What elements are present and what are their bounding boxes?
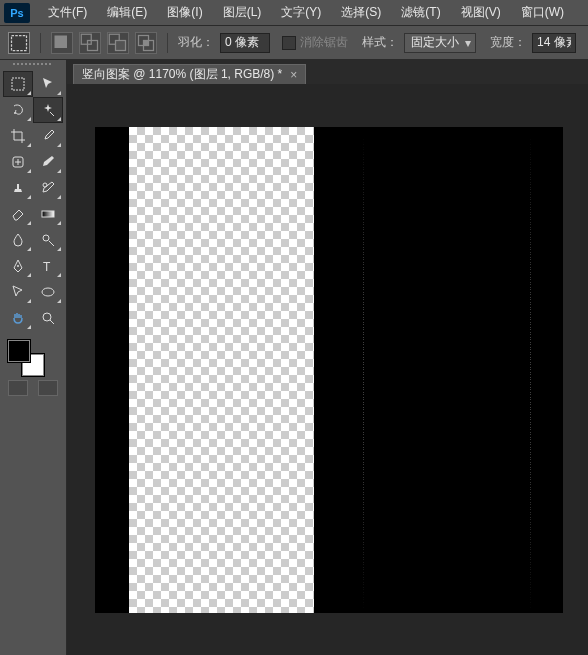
- width-input[interactable]: [532, 33, 576, 53]
- blur-tool[interactable]: [4, 228, 32, 252]
- feather-input[interactable]: [220, 33, 270, 53]
- feather-label: 羽化：: [178, 34, 214, 51]
- svg-rect-14: [42, 211, 54, 217]
- menu-text[interactable]: 文字(Y): [271, 0, 331, 25]
- dodge-tool[interactable]: [34, 228, 62, 252]
- document-tabs: 竖向图案 @ 1170% (图层 1, RGB/8) * ×: [67, 60, 588, 84]
- svg-line-16: [49, 241, 54, 246]
- main-area: T 竖向图案 @ 1170% (图层 1, RGB/8) * ×: [0, 60, 588, 655]
- menu-edit[interactable]: 编辑(E): [97, 0, 157, 25]
- color-swatches: [0, 334, 66, 376]
- magic-wand-tool[interactable]: [34, 98, 62, 122]
- style-label: 样式：: [362, 34, 398, 51]
- width-label: 宽度：: [490, 34, 526, 51]
- svg-line-21: [50, 320, 54, 324]
- zoom-tool[interactable]: [34, 306, 62, 330]
- work-area: 竖向图案 @ 1170% (图层 1, RGB/8) * ×: [67, 60, 588, 655]
- svg-rect-1: [55, 35, 68, 48]
- screenmode-button[interactable]: [38, 380, 58, 396]
- menu-filter[interactable]: 滤镜(T): [391, 0, 450, 25]
- eraser-tool[interactable]: [4, 202, 32, 226]
- svg-rect-5: [116, 40, 126, 50]
- healing-brush-tool[interactable]: [4, 150, 32, 174]
- app-logo: Ps: [4, 3, 30, 23]
- antialias-checkbox[interactable]: [282, 36, 296, 50]
- svg-point-19: [42, 288, 54, 296]
- transparent-region: [129, 127, 314, 613]
- shape-tool[interactable]: [34, 280, 62, 304]
- menu-select[interactable]: 选择(S): [331, 0, 391, 25]
- pen-tool[interactable]: [4, 254, 32, 278]
- svg-rect-9: [12, 78, 24, 90]
- brush-tool[interactable]: [34, 150, 62, 174]
- sel-new-icon[interactable]: [51, 32, 73, 54]
- path-select-tool[interactable]: [4, 280, 32, 304]
- svg-point-10: [14, 112, 16, 114]
- document-tab[interactable]: 竖向图案 @ 1170% (图层 1, RGB/8) * ×: [73, 64, 306, 84]
- svg-rect-3: [88, 40, 98, 50]
- gradient-tool[interactable]: [34, 202, 62, 226]
- style-value: 固定大小: [411, 35, 459, 49]
- svg-point-17: [17, 265, 19, 267]
- eyedropper-tool[interactable]: [34, 124, 62, 148]
- quickmask-row: [0, 376, 66, 400]
- type-tool[interactable]: T: [34, 254, 62, 278]
- sel-add-icon[interactable]: [79, 32, 101, 54]
- svg-rect-8: [144, 40, 149, 45]
- style-select[interactable]: 固定大小: [404, 33, 476, 53]
- svg-point-20: [43, 313, 51, 321]
- sel-intersect-icon[interactable]: [135, 32, 157, 54]
- marquee-tool[interactable]: [4, 72, 32, 96]
- tab-title: 竖向图案 @ 1170% (图层 1, RGB/8) *: [82, 66, 282, 83]
- clone-stamp-tool[interactable]: [4, 176, 32, 200]
- options-bar: 羽化： 消除锯齿 样式： 固定大小 宽度：: [0, 26, 588, 60]
- svg-text:T: T: [43, 260, 51, 274]
- tools-grid: T: [0, 68, 66, 334]
- menu-file[interactable]: 文件(F): [38, 0, 97, 25]
- foreground-color[interactable]: [8, 340, 30, 362]
- separator: [40, 33, 41, 53]
- tab-close-button[interactable]: ×: [290, 68, 297, 82]
- quickmask-button[interactable]: [8, 380, 28, 396]
- panel-grip[interactable]: [0, 60, 66, 68]
- menu-image[interactable]: 图像(I): [157, 0, 212, 25]
- history-brush-tool[interactable]: [34, 176, 62, 200]
- menu-bar: Ps 文件(F) 编辑(E) 图像(I) 图层(L) 文字(Y) 选择(S) 滤…: [0, 0, 588, 26]
- tool-panel: T: [0, 60, 67, 655]
- svg-line-11: [50, 112, 54, 116]
- document-canvas[interactable]: [95, 127, 563, 613]
- lasso-tool[interactable]: [4, 98, 32, 122]
- move-tool[interactable]: [34, 72, 62, 96]
- separator: [167, 33, 168, 53]
- canvas-viewport[interactable]: [67, 84, 588, 655]
- svg-rect-0: [12, 35, 27, 50]
- hand-tool[interactable]: [4, 306, 32, 330]
- crop-tool[interactable]: [4, 124, 32, 148]
- svg-point-15: [43, 235, 49, 241]
- antialias-label: 消除锯齿: [300, 34, 348, 51]
- marquee-selection: [363, 129, 531, 613]
- sel-subtract-icon[interactable]: [107, 32, 129, 54]
- menu-view[interactable]: 视图(V): [451, 0, 511, 25]
- current-tool-preset[interactable]: [8, 32, 30, 54]
- menu-layer[interactable]: 图层(L): [213, 0, 272, 25]
- svg-point-13: [43, 183, 47, 187]
- svg-rect-2: [81, 34, 91, 44]
- menu-window[interactable]: 窗口(W): [511, 0, 574, 25]
